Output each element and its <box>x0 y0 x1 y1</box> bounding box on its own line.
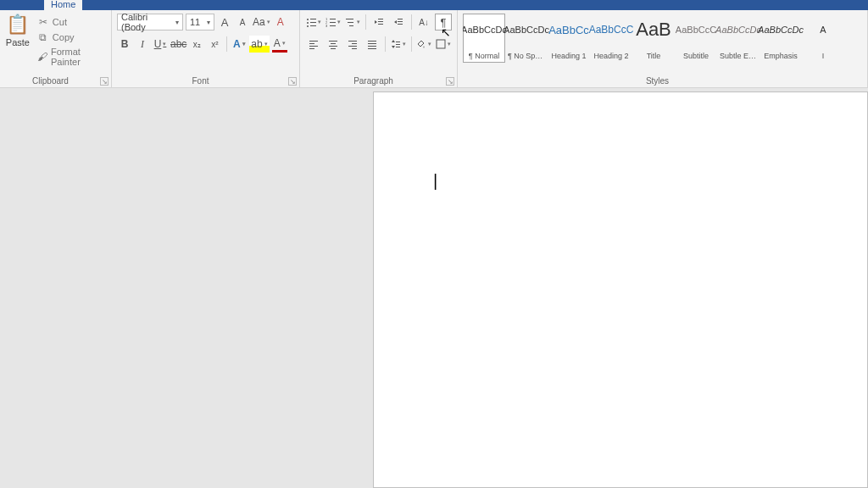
style-preview: AaBbCcC <box>676 18 716 42</box>
svg-point-2 <box>307 22 309 24</box>
document-area: ▏ <box>0 88 868 488</box>
style-name: Subtitle <box>677 52 715 60</box>
format-painter-icon: 🖌 <box>37 51 47 63</box>
increase-indent-button[interactable] <box>390 14 407 30</box>
style-item[interactable]: AaBbCcCSubtitle <box>675 14 717 63</box>
svg-rect-27 <box>329 46 337 47</box>
font-size-value: 11 <box>190 17 200 27</box>
highlight-button[interactable]: ab <box>249 36 269 53</box>
group-label-styles: Styles <box>458 76 857 86</box>
text-caret-icon: ▏ <box>435 174 445 190</box>
svg-rect-37 <box>396 42 400 42</box>
styles-gallery[interactable]: AaBbCcDc¶ NormalAaBbCcDc¶ No Spac…AaBbCc… <box>463 14 862 63</box>
multilevel-list-button[interactable] <box>344 14 361 30</box>
svg-rect-1 <box>310 19 316 19</box>
group-styles: AaBbCcDc¶ NormalAaBbCcDc¶ No Spac…AaBbCc… <box>458 10 868 87</box>
align-center-button[interactable] <box>325 36 342 53</box>
style-item[interactable]: AI <box>802 14 844 63</box>
shading-button[interactable] <box>415 36 432 53</box>
svg-rect-32 <box>352 48 357 49</box>
style-item[interactable]: AaBTitle <box>632 14 675 63</box>
bold-button[interactable]: B <box>117 36 132 53</box>
style-item[interactable]: AaBbCcHeading 1 <box>548 14 590 63</box>
italic-button[interactable]: I <box>135 36 150 53</box>
svg-rect-15 <box>378 19 383 19</box>
svg-text:3: 3 <box>326 24 328 27</box>
text-effects-button[interactable]: A <box>231 36 247 53</box>
svg-rect-13 <box>348 22 353 23</box>
style-item[interactable]: AaBbCcCHeading 2 <box>590 14 632 63</box>
shrink-font-button[interactable]: A <box>235 14 250 30</box>
chevron-down-icon: ▾ <box>172 19 179 26</box>
ribbon: 📋 Paste ✂ Cut ⧉ Copy 🖌 Format Painter Cl… <box>0 10 868 88</box>
copy-label: Copy <box>53 32 75 42</box>
group-label-clipboard: Clipboard <box>0 76 101 86</box>
grow-font-button[interactable]: A <box>217 14 232 30</box>
copy-icon: ⧉ <box>37 31 49 43</box>
style-item[interactable]: AaBbCcDc¶ No Spac… <box>505 14 548 63</box>
svg-rect-16 <box>378 21 383 22</box>
underline-button[interactable]: U <box>153 36 168 53</box>
style-name: Title <box>635 52 672 60</box>
sort-button[interactable]: A↓ <box>415 14 432 30</box>
align-left-button[interactable] <box>305 36 322 53</box>
ribbon-tabstrip: Home <box>0 0 868 10</box>
svg-rect-3 <box>310 22 316 23</box>
cut-icon: ✂ <box>37 16 49 28</box>
style-name: ¶ No Spac… <box>508 52 545 60</box>
style-preview: AaBbCc <box>548 18 589 42</box>
clipboard-dialog-launcher[interactable]: ↘ <box>100 77 108 86</box>
format-painter-label: Format Painter <box>51 47 104 67</box>
superscript-button[interactable]: x² <box>207 36 222 53</box>
justify-button[interactable] <box>364 36 381 53</box>
numbering-button[interactable]: 123 <box>325 14 342 30</box>
paste-label: Paste <box>6 37 30 47</box>
svg-point-0 <box>307 19 309 20</box>
document-page[interactable]: ▏ <box>373 92 868 488</box>
cut-button[interactable]: ✂ Cut <box>36 15 106 29</box>
bullets-button[interactable] <box>305 14 322 30</box>
group-label-paragraph: Paragraph <box>300 76 447 86</box>
align-right-button[interactable] <box>344 36 361 53</box>
decrease-indent-button[interactable] <box>370 14 387 30</box>
font-size-combo[interactable]: 11 ▾ <box>186 14 214 30</box>
paragraph-dialog-launcher[interactable]: ↘ <box>446 77 454 86</box>
svg-rect-39 <box>396 47 400 47</box>
style-preview: AaBbCcDc <box>504 18 549 42</box>
svg-rect-31 <box>348 46 357 47</box>
line-spacing-button[interactable] <box>390 36 407 53</box>
font-name-value: Calibri (Body <box>121 12 172 32</box>
svg-rect-25 <box>329 41 337 42</box>
change-case-button[interactable]: Aa <box>253 14 270 30</box>
svg-rect-9 <box>330 22 336 23</box>
format-painter-button[interactable]: 🖌 Format Painter <box>36 46 106 68</box>
strikethrough-button[interactable]: abc <box>170 36 186 53</box>
svg-rect-11 <box>330 25 336 26</box>
svg-rect-18 <box>398 19 403 19</box>
svg-rect-19 <box>398 21 403 22</box>
chevron-down-icon: ▾ <box>203 19 210 26</box>
svg-rect-29 <box>348 41 357 42</box>
copy-button[interactable]: ⧉ Copy <box>36 30 106 44</box>
separator <box>411 36 412 52</box>
svg-rect-36 <box>368 48 376 49</box>
svg-rect-20 <box>398 24 403 25</box>
cut-label: Cut <box>53 17 67 27</box>
svg-rect-17 <box>378 24 383 25</box>
group-label-font: Font <box>112 76 289 86</box>
style-name: Emphasis <box>762 52 799 60</box>
font-name-combo[interactable]: Calibri (Body ▾ <box>117 14 183 30</box>
style-preview: AaBbCcDc <box>715 18 761 42</box>
style-item[interactable]: AaBbCcDcEmphasis <box>760 14 802 63</box>
clear-formatting-button[interactable]: A <box>273 14 288 30</box>
group-clipboard: 📋 Paste ✂ Cut ⧉ Copy 🖌 Format Painter Cl… <box>0 10 112 87</box>
style-item[interactable]: AaBbCcDcSubtle Em… <box>717 14 760 63</box>
style-item[interactable]: AaBbCcDc¶ Normal <box>463 14 505 63</box>
font-dialog-launcher[interactable]: ↘ <box>288 77 297 86</box>
svg-rect-40 <box>437 40 445 48</box>
font-color-button[interactable]: A <box>272 36 287 53</box>
tab-home[interactable]: Home <box>44 0 82 10</box>
subscript-button[interactable]: x₂ <box>189 36 204 53</box>
group-paragraph: 123 A↓ ¶ Paragraph ↘ <box>300 10 458 87</box>
paste-button[interactable]: 📋 Paste <box>5 14 31 68</box>
